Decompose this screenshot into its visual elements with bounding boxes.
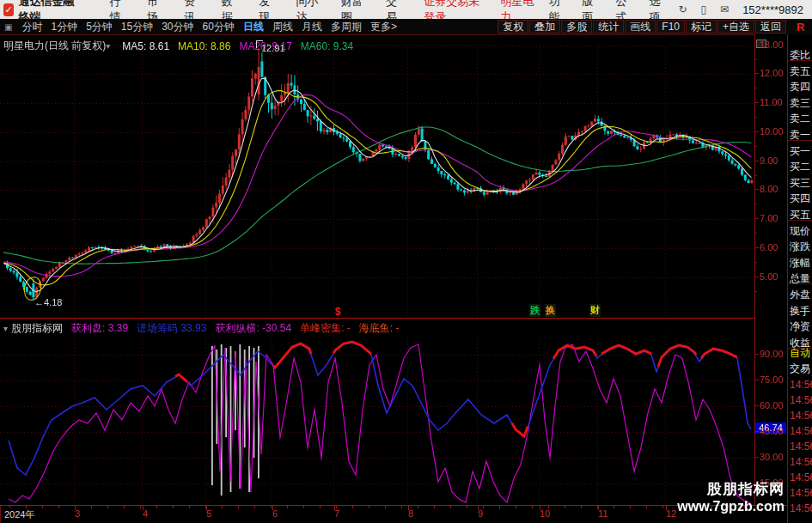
price-axis-label-3: 10.00 [760,126,784,137]
tool-button-3[interactable]: 统计 [593,20,624,33]
minor-tick [140,506,141,508]
tool-button-6[interactable]: 标记 [686,20,717,33]
sidebar-separator-1 [788,140,812,141]
tool-button-5[interactable]: F10 [656,20,685,33]
tool-button-7[interactable]: +自选 [717,20,754,33]
event-marker-0: 跌 [529,304,540,317]
indicator-source: 股朋指标网 [11,321,63,336]
minor-tick [303,506,304,508]
indicator-axis-tick-3 [755,431,759,432]
tool-button-0[interactable]: 复权 [498,20,528,33]
period-tab-10[interactable]: 更多> [370,20,397,34]
period-tab-9[interactable]: 多周期 [331,20,362,34]
sidebar-tab-自动[interactable]: 自动 [790,346,812,361]
watermark-site-name: 股朋指标网 [677,479,785,499]
price-axis-minor-tick-1 [755,88,757,88]
indicator-field-2: 获利纵横: -30.54 [215,321,291,336]
sidebar-tab-交易[interactable]: 交易 [790,362,812,376]
period-tab-8[interactable]: 月线 [302,20,322,34]
minor-tick [205,506,206,508]
price-axis-label-0: 13.00 [760,40,784,50]
price-axis-minor-tick-2 [755,117,757,118]
indicator-field-4: 海底鱼: - [359,321,400,336]
indicator-axis-tick-1 [755,380,759,380]
minor-tick [532,506,533,508]
month-tick-8 [598,506,599,510]
tdx-terminal-window: ✓ 通达信金融终端 行情市场资讯数据发现问小达财富圈交易 证券交易未登录 明星电… [0,0,812,523]
chevron-down-icon[interactable]: ▾ [3,324,8,333]
month-tick-1 [143,506,143,510]
price-axis-label-4: 9.00 [760,155,778,166]
period-tab-0[interactable]: 分时 [21,20,42,34]
minor-tick [320,506,321,508]
price-axis-tick-6 [755,218,759,219]
minor-tick [499,506,500,508]
minor-tick [58,506,59,508]
price-axis-minor-tick-0 [755,59,757,60]
sidebar-row-卖五: 卖五 [790,64,812,79]
price-axis-minor-tick-3 [755,146,757,147]
tool-button-4[interactable]: 画线 [625,20,656,33]
price-axis-minor-tick-5 [755,204,757,204]
price-axis-label-6: 7.00 [760,213,778,223]
minor-tick [42,506,43,508]
period-tab-7[interactable]: 周线 [272,20,293,34]
indicator-panel: ▾ 股朋指标网 获利盘: 3.39进场筹码 33.93获利纵横: -30.54单… [0,318,754,506]
top-menu-bar: ✓ 通达信金融终端 行情市场资讯数据发现问小达财富圈交易 证券交易未登录 明星电… [0,0,812,19]
tool-button-2[interactable]: 多股 [561,20,592,33]
chevron-down-icon[interactable]: ▾ [106,41,110,51]
period-tab-6[interactable]: 日线 [243,20,264,34]
period-tab-2[interactable]: 5分钟 [86,20,113,34]
chart-title: 明星电力(日线 前复权) [3,39,106,53]
minor-tick [614,506,614,508]
sidebar-separator-0 [788,60,812,61]
month-tick-5 [408,506,409,510]
period-tab-5[interactable]: 60分钟 [203,20,235,34]
period-tab-1[interactable]: 1分钟 [51,20,77,34]
indicator-axis-label-0: 90.00 [760,349,784,359]
month-label-7: 10 [540,508,550,519]
phone-number: 152****9892 [742,3,803,16]
minor-tick [336,506,337,508]
period-tab-3[interactable]: 15分钟 [121,20,153,34]
month-tick-2 [206,506,207,510]
event-marker-2: 财 [589,304,601,317]
price-axis-minor-tick-7 [755,262,757,263]
event-marker-1: 换 [545,304,556,317]
month-tick-3 [272,506,273,510]
month-label-9: 12 [666,508,676,519]
peak-price-annotation: 12.91 [261,43,285,53]
period-tab-4[interactable]: 30分钟 [162,20,193,34]
mobile-icon[interactable]: ▯ [700,3,706,15]
tool-button-1[interactable]: 叠加 [529,20,560,33]
price-axis-tick-3 [755,131,759,132]
minor-tick [483,506,484,508]
minor-tick [222,506,223,508]
sidebar-time-0: 14:56 [790,379,812,391]
timeline-bar[interactable]: 2024年 3456789101112 [0,505,788,523]
indicator-axis-label-4: 30.00 [760,452,784,462]
sidebar-row-净资: 净资 [790,319,812,334]
window-icon[interactable]: ▣ [4,22,12,32]
main-chart-canvas[interactable] [0,35,754,319]
minor-tick [26,506,27,508]
indicator-canvas[interactable] [0,334,754,506]
price-axis-tick-2 [755,102,759,103]
tool-button-8[interactable]: 返回 [755,20,786,33]
sidebar-row-买二: 买二 [790,160,812,174]
main-chart-panel: 明星电力(日线 前复权) ▾ MA5: 8.61MA10: 8.86MA20: … [0,34,754,319]
indicator-header: ▾ 股朋指标网 获利盘: 3.39进场筹码 33.93获利纵横: -30.54单… [3,321,399,336]
sidebar-row-现价: 现价 [790,224,812,239]
indicator-axis-label-2: 60.00 [760,400,784,410]
history-icon[interactable]: ↻ [678,3,687,15]
ma-label-0: MA5: 8.61 [122,40,169,52]
corner-r-badge[interactable]: R [797,21,804,33]
minor-tick [450,506,451,508]
minor-tick [254,506,255,508]
sidebar-row-外盘: 外盘 [790,288,812,302]
minor-tick [565,506,565,508]
sidebar-time-1: 14:56 [790,394,812,406]
sidebar-row-涨幅: 涨幅 [790,256,812,271]
minor-tick [662,506,663,508]
mail-icon[interactable]: ✉ [720,3,729,15]
